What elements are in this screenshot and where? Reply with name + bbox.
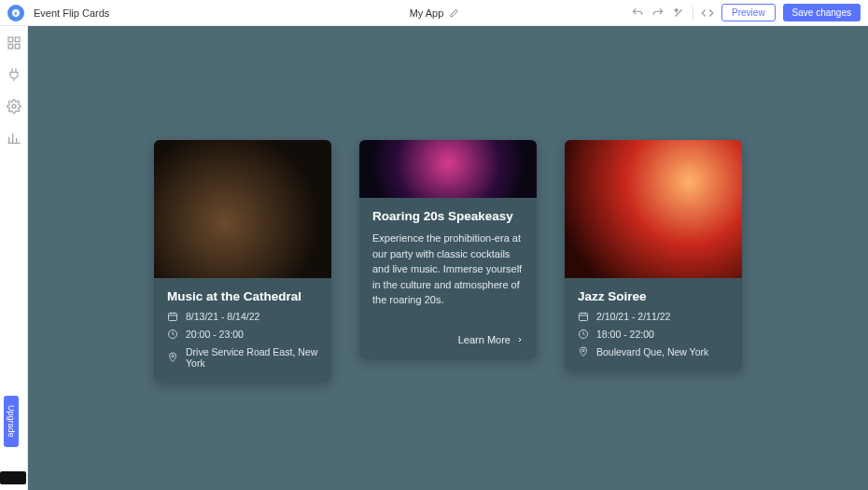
learn-more-label: Learn More [458,334,511,345]
undo-icon[interactable] [631,7,644,20]
card-location-row: Drive Service Road East, New York [167,346,318,369]
svg-rect-7 [169,314,177,321]
gear-icon[interactable] [7,99,21,114]
card-title: Jazz Soiree [578,289,729,303]
magic-icon[interactable] [672,7,685,20]
pencil-icon [449,8,458,18]
app-name: My App [410,7,444,19]
card-description: Experience the prohibition-era at our pa… [372,231,524,308]
svg-point-6 [12,105,16,108]
code-icon[interactable] [701,7,714,20]
svg-rect-4 [8,44,13,49]
upgrade-button[interactable]: Upgrade [4,396,19,447]
svg-rect-5 [15,44,20,49]
chevron-right-icon [516,336,524,343]
card-body: Music at the Cathedral 8/13/21 - 8/14/22… [154,278,331,382]
svg-rect-3 [15,37,20,42]
redo-icon[interactable] [651,7,665,20]
card-image [565,140,742,278]
analytics-icon[interactable] [7,131,21,146]
footer-badge [0,471,26,484]
card-body: Jazz Soiree 2/10/21 - 2/11/22 18:00 - 22… [565,278,742,371]
canvas: Music at the Cathedral 8/13/21 - 8/14/22… [28,26,868,490]
pin-icon [167,352,178,363]
clock-icon [578,329,589,340]
divider [693,7,693,20]
card-location-row: Boulevard Que, New York [578,346,729,357]
card-time-row: 20:00 - 23:00 [167,329,318,340]
card-title: Music at the Cathedral [167,289,318,303]
card-time-row: 18:00 - 22:00 [578,329,729,340]
preview-button[interactable]: Preview [721,4,776,21]
page-title: Event Flip Cards [34,7,109,19]
calendar-icon [578,311,589,322]
event-card[interactable]: Jazz Soiree 2/10/21 - 2/11/22 18:00 - 22… [565,140,742,371]
logo-icon: e [11,8,21,18]
app-logo: e [7,5,24,21]
pin-icon [578,346,589,357]
app-name-container[interactable]: My App [410,7,459,19]
learn-more-link[interactable]: Learn More [372,334,524,345]
svg-point-12 [582,349,585,352]
event-card[interactable]: Roaring 20s Speakeasy Experience the pro… [359,140,537,358]
card-time: 20:00 - 23:00 [186,329,244,340]
card-title: Roaring 20s Speakeasy [372,209,524,223]
grid-icon[interactable] [7,35,21,50]
card-location: Boulevard Que, New York [596,346,708,357]
card-location: Drive Service Road East, New York [186,346,318,369]
topbar-actions: Preview Save changes [631,4,861,21]
save-button[interactable]: Save changes [783,4,861,21]
card-date-row: 8/13/21 - 8/14/22 [167,311,318,322]
plug-icon[interactable] [7,67,21,82]
card-date: 8/13/21 - 8/14/22 [186,311,259,322]
svg-point-9 [172,355,175,357]
card-date-row: 2/10/21 - 2/11/22 [578,311,729,322]
calendar-icon [167,311,178,322]
card-date: 2/10/21 - 2/11/22 [596,311,670,322]
svg-rect-10 [580,314,588,321]
svg-text:e: e [15,9,18,15]
card-image [359,140,537,198]
card-body: Roaring 20s Speakeasy Experience the pro… [359,198,537,358]
card-time: 18:00 - 22:00 [596,329,654,340]
svg-rect-2 [8,37,13,42]
event-card[interactable]: Music at the Cathedral 8/13/21 - 8/14/22… [154,140,331,382]
clock-icon [167,329,178,340]
topbar: e Event Flip Cards My App Preview Save c… [0,0,868,26]
card-image [154,140,331,278]
